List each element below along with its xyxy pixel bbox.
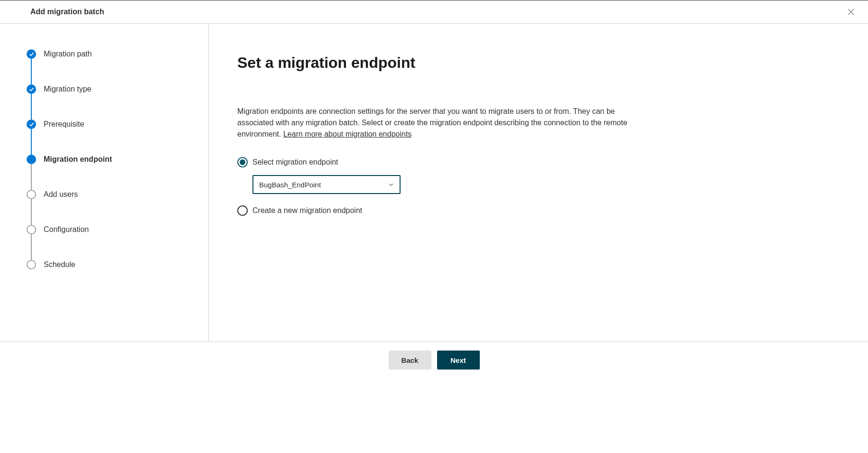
step-configuration[interactable]: Configuration [27,225,208,260]
step-label: Add users [44,190,78,199]
radio-create-endpoint[interactable]: Create a new migration endpoint [237,205,840,216]
step-add-users[interactable]: Add users [27,190,208,225]
step-connector [31,164,32,190]
checkmark-icon [27,120,36,129]
close-icon [848,9,854,15]
dropdown-value: BugBash_EndPoint [259,181,321,189]
step-label: Configuration [44,225,89,234]
step-migration-endpoint[interactable]: Migration endpoint [27,155,208,190]
upcoming-step-icon [27,260,36,269]
endpoint-choice-group: Select migration endpoint BugBash_EndPoi… [237,157,840,222]
step-migration-type[interactable]: Migration type [27,84,208,120]
back-button[interactable]: Back [389,351,431,370]
dialog-header: Add migration batch [0,0,868,24]
current-step-icon [27,155,36,164]
step-connector [31,129,32,155]
checkmark-icon [27,84,36,94]
dialog-title: Add migration batch [30,8,104,16]
upcoming-step-icon [27,190,36,199]
main-content: Set a migration endpoint Migration endpo… [209,24,868,342]
close-button[interactable] [845,6,857,18]
step-label: Migration type [44,84,92,94]
next-button[interactable]: Next [437,351,480,370]
step-prerequisite[interactable]: Prerequisite [27,120,208,155]
radio-button-icon [237,205,248,216]
step-label: Schedule [44,260,75,269]
radio-label: Select migration endpoint [252,158,338,166]
page-description: Migration endpoints are connection setti… [237,106,650,140]
radio-button-icon [237,157,248,167]
step-schedule[interactable]: Schedule [27,260,208,269]
dialog-footer: Back Next [0,342,868,378]
step-label: Prerequisite [44,120,84,129]
wizard-sidebar: Migration path Migration type [0,24,209,342]
chevron-down-icon [388,182,394,187]
step-migration-path[interactable]: Migration path [27,49,208,84]
step-connector [31,234,32,260]
radio-label: Create a new migration endpoint [252,206,362,215]
step-label: Migration path [44,49,92,59]
radio-select-endpoint[interactable]: Select migration endpoint [237,157,840,167]
step-connector [31,199,32,225]
step-connector [31,94,32,120]
step-list: Migration path Migration type [27,49,208,269]
checkmark-icon [27,49,36,59]
step-label: Migration endpoint [44,155,112,164]
step-connector [31,59,32,84]
page-title: Set a migration endpoint [237,54,840,72]
learn-more-link[interactable]: Learn more about migration endpoints [283,130,411,138]
endpoint-dropdown[interactable]: BugBash_EndPoint [252,175,401,194]
upcoming-step-icon [27,225,36,234]
